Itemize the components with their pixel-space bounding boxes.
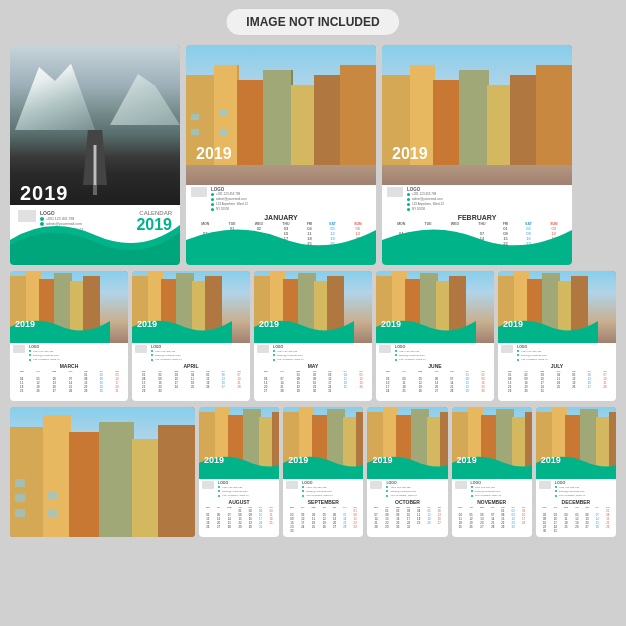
february-page: 2019 LOGO +001 123 456 789 admin@yourema… [382,45,572,265]
january-page: 2019 LOGO +001 123 456 789 admin@yourema… [186,45,376,265]
cover-page: 2019 LOGO +001 123 456 789 admin@yourema… [10,45,180,265]
april-grid: MOTUWETHFRSASU01020304050607080910111213… [135,370,247,393]
october-bottom: LOGO +001 123 456 789 admin@youremail.co… [367,479,447,531]
march-photo: 2019 [10,271,128,343]
image-not-included-badge: IMAGE NOT INCLUDED [225,8,400,36]
january-year: 2019 [196,145,232,162]
may-bottom: LOGO +001 123 456 789 admin@youremail.co… [254,343,372,395]
month-page-march: 2019 LOGO +001 123 456 789 admin@yourema… [10,271,128,401]
month-page-november: 2019 LOGO +001 123 456 789 admin@yourema… [452,407,532,537]
august-grid: MOTUWETHFRSASU01020304050607080910111213… [202,506,276,529]
june-bottom: LOGO +001 123 456 789 admin@youremail.co… [376,343,494,395]
month-page-may: 2019 LOGO +001 123 456 789 admin@yourema… [254,271,372,401]
month-page-october: 2019 LOGO +001 123 456 789 admin@yourema… [367,407,447,537]
october-grid: MOTUWETHFRSASU01020304050607080910111213… [370,506,444,529]
november-grid: MOTUWETHFRSASU01020304050607080910111213… [455,506,529,529]
row1: 2019 LOGO +001 123 456 789 admin@yourema… [10,45,616,265]
logo-box [379,345,391,353]
july-photo: 2019 [498,271,616,343]
logo-box [257,345,269,353]
october-photo: 2019 [367,407,447,479]
row2: 2019 LOGO +001 123 456 789 admin@yourema… [10,271,616,401]
month-page-april: 2019 LOGO +001 123 456 789 admin@yourema… [132,271,250,401]
large-photo-row3 [10,407,195,537]
logo-box [539,481,551,489]
logo-box [370,481,382,489]
september-grid: MOTUWETHFRSASU01020304050607080910111213… [286,506,360,533]
cover-year: 2019 [20,182,69,204]
january-logo [191,187,207,197]
july-grid: MOTUWETHFRSASU01020304050607080910111213… [501,370,613,393]
logo-box [501,345,513,353]
logo-box [455,481,467,489]
march-bottom: LOGO +001 123 456 789 admin@youremail.co… [10,343,128,395]
month-page-august: 2019 LOGO +001 123 456 789 admin@yourema… [199,407,279,537]
row3: 2019 LOGO +001 123 456 789 admin@yourema… [10,407,616,537]
may-grid: MOTUWETHFRSASU01020304050607080910111213… [257,370,369,393]
september-bottom: LOGO +001 123 456 789 admin@youremail.co… [283,479,363,535]
may-photo: 2019 [254,271,372,343]
february-year: 2019 [392,145,428,162]
month-page-june: 2019 LOGO +001 123 456 789 admin@yourema… [376,271,494,401]
month-page-december: 2019 LOGO +001 123 456 789 admin@yourema… [536,407,616,537]
march-grid: MOTUWETHFRSASU01020304050607080910111213… [13,370,125,393]
september-photo: 2019 [283,407,363,479]
november-photo: 2019 [452,407,532,479]
cover-photo [10,45,180,205]
april-photo: 2019 [132,271,250,343]
april-bottom: LOGO +001 123 456 789 admin@youremail.co… [132,343,250,395]
month-page-september: 2019 LOGO +001 123 456 789 admin@yourema… [283,407,363,537]
logo-box [13,345,25,353]
december-photo: 2019 [536,407,616,479]
february-logo [387,187,403,197]
june-photo: 2019 [376,271,494,343]
november-bottom: LOGO +001 123 456 789 admin@youremail.co… [452,479,532,531]
logo-box [286,481,298,489]
august-photo: 2019 [199,407,279,479]
february-photo [382,45,572,185]
january-photo [186,45,376,185]
june-grid: MOTUWETHFRSASU01020304050607080910111213… [379,370,491,393]
logo-box [135,345,147,353]
month-page-july: 2019 LOGO +001 123 456 789 admin@yourema… [498,271,616,401]
logo-box [202,481,214,489]
july-bottom: LOGO +001 123 456 789 admin@youremail.co… [498,343,616,395]
calendar-layout: 2019 LOGO +001 123 456 789 admin@yourema… [10,45,616,616]
december-grid: MOTUWETHFRSASU01020304050607080910111213… [539,506,613,533]
august-bottom: LOGO +001 123 456 789 admin@youremail.co… [199,479,279,531]
december-bottom: LOGO +001 123 456 789 admin@youremail.co… [536,479,616,535]
